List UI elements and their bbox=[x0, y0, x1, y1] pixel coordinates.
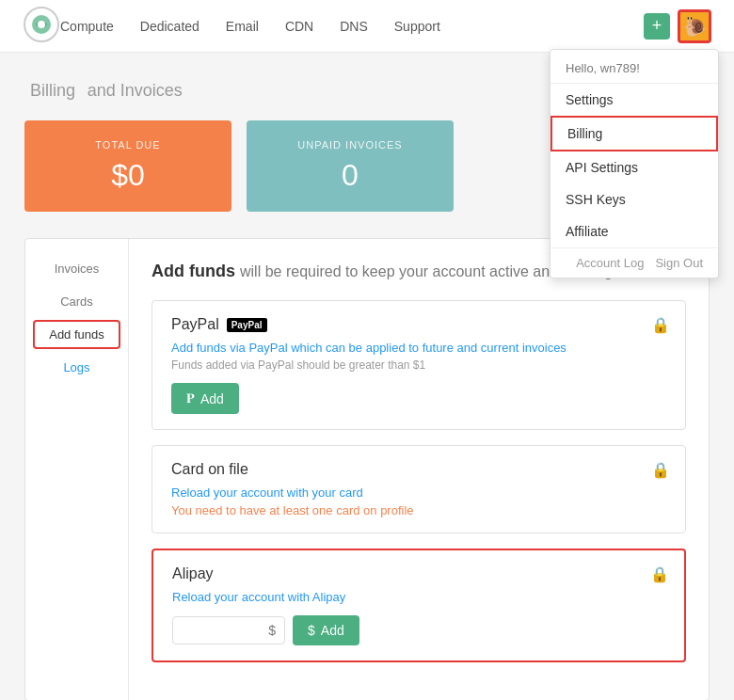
total-due-card: TOTAL DUE $0 bbox=[24, 120, 231, 212]
paypal-p-icon: 𝐏 bbox=[186, 390, 195, 406]
nav-dedicated[interactable]: Dedicated bbox=[140, 19, 199, 34]
snail-icon: 🐌 bbox=[683, 15, 707, 38]
paypal-note: Funds added via PayPal should be greater… bbox=[171, 358, 666, 372]
paypal-title: PayPal PayPal bbox=[171, 316, 666, 333]
alipay-title-text: Alipay bbox=[172, 565, 214, 582]
alipay-section: 🔒 Alipay Reload your account with Alipay… bbox=[152, 549, 686, 662]
sidebar-item-logs[interactable]: Logs bbox=[25, 353, 128, 382]
sidebar-item-cards[interactable]: Cards bbox=[25, 287, 128, 316]
dropdown-item-affiliate[interactable]: Affiliate bbox=[550, 215, 718, 247]
nav-compute[interactable]: Compute bbox=[60, 19, 114, 34]
card-lock-icon: 🔒 bbox=[651, 461, 670, 479]
header: Compute Dedicated Email CDN DNS Support … bbox=[0, 0, 734, 53]
logo[interactable] bbox=[23, 6, 60, 46]
dropdown-item-api-settings[interactable]: API Settings bbox=[550, 151, 718, 183]
alipay-add-button[interactable]: $ Add bbox=[293, 615, 359, 645]
card-reload-text: Reload your account with your card bbox=[171, 485, 666, 500]
nav-dns[interactable]: DNS bbox=[340, 19, 368, 34]
billing-content: Add funds will be required to keep your … bbox=[129, 239, 709, 700]
paypal-desc: Add funds via PayPal which can be applie… bbox=[171, 341, 666, 355]
billing-sidebar: Invoices Cards Add funds Logs bbox=[25, 239, 129, 700]
dropdown-item-billing[interactable]: Billing bbox=[550, 116, 718, 151]
main-nav: Compute Dedicated Email CDN DNS Support bbox=[60, 19, 644, 34]
card-warning: You need to have at least one card on pr… bbox=[171, 503, 666, 517]
alipay-add-label: Add bbox=[321, 623, 344, 638]
card-title: Card on file bbox=[171, 461, 666, 478]
nav-email[interactable]: Email bbox=[226, 19, 259, 34]
billing-layout: Invoices Cards Add funds Logs Add funds … bbox=[24, 238, 710, 700]
user-dropdown: Hello, wn789! Settings Billing API Setti… bbox=[550, 49, 719, 278]
nav-cdn[interactable]: CDN bbox=[285, 19, 313, 34]
paypal-add-label: Add bbox=[200, 391, 224, 406]
nav-support[interactable]: Support bbox=[394, 19, 440, 34]
dropdown-item-settings[interactable]: Settings bbox=[550, 84, 718, 116]
user-avatar-button[interactable]: 🐌 bbox=[678, 9, 711, 43]
paypal-title-text: PayPal bbox=[171, 316, 219, 333]
total-due-label: TOTAL DUE bbox=[43, 139, 213, 151]
dropdown-item-ssh-keys[interactable]: SSH Keys bbox=[550, 183, 718, 215]
dollar-sign: $ bbox=[268, 623, 276, 638]
add-button[interactable]: + bbox=[644, 13, 670, 40]
alipay-reload-text: Reload your account with Alipay bbox=[172, 590, 665, 604]
page-title-text: Billing bbox=[30, 81, 75, 100]
unpaid-invoices-value: 0 bbox=[265, 158, 435, 193]
header-actions: + 🐌 bbox=[644, 9, 711, 43]
unpaid-invoices-label: UNPAID INVOICES bbox=[265, 139, 435, 151]
dropdown-footer: Account Log Sign Out bbox=[550, 247, 718, 278]
sidebar-item-invoices[interactable]: Invoices bbox=[25, 254, 128, 283]
alipay-lock-icon: 🔒 bbox=[650, 565, 669, 583]
dropdown-greeting: Hello, wn789! bbox=[550, 50, 718, 84]
content-title-main: Add funds bbox=[152, 262, 235, 280]
paypal-lock-icon: 🔒 bbox=[651, 316, 670, 334]
paypal-add-button[interactable]: 𝐏 Add bbox=[171, 383, 239, 414]
sidebar-item-add-funds[interactable]: Add funds bbox=[33, 320, 120, 349]
card-title-text: Card on file bbox=[171, 461, 248, 478]
svg-point-2 bbox=[38, 21, 45, 28]
alipay-input-row: $ $ Add bbox=[172, 615, 665, 645]
total-due-value: $0 bbox=[43, 158, 213, 193]
paypal-section: 🔒 PayPal PayPal Add funds via PayPal whi… bbox=[152, 300, 686, 430]
paypal-logo: PayPal bbox=[227, 318, 267, 332]
alipay-dollar-icon: $ bbox=[308, 623, 315, 638]
unpaid-invoices-card: UNPAID INVOICES 0 bbox=[247, 120, 454, 212]
page-subtitle-text: and Invoices bbox=[88, 81, 183, 100]
sign-out-link[interactable]: Sign Out bbox=[655, 256, 703, 270]
alipay-title: Alipay bbox=[172, 565, 665, 582]
account-log-link[interactable]: Account Log bbox=[576, 256, 644, 270]
alipay-input-wrap: $ bbox=[172, 616, 285, 644]
card-section: 🔒 Card on file Reload your account with … bbox=[152, 445, 686, 533]
